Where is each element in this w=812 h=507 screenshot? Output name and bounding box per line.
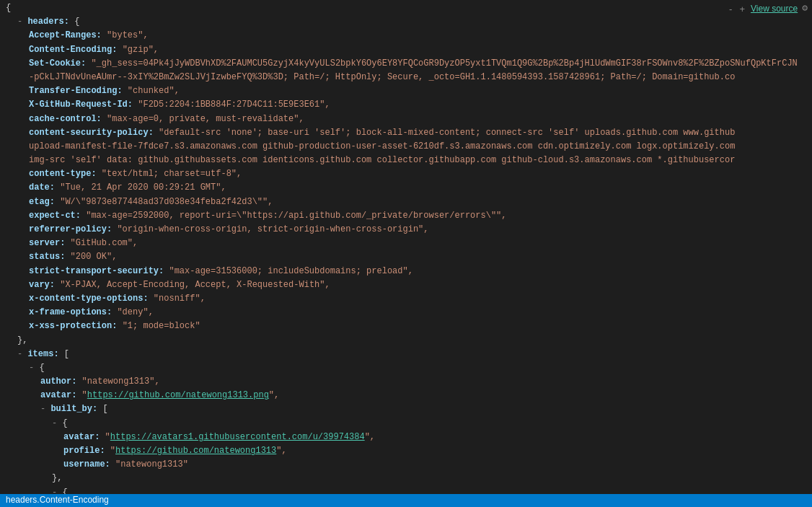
json-key: profile: — [63, 446, 110, 456]
json-line: author: "natewong1313", — [6, 375, 806, 389]
json-line: username: "natewong1313" — [6, 458, 806, 472]
json-brace: { — [62, 418, 67, 428]
json-line: x-content-type-options: "nosniff", — [6, 292, 806, 306]
json-value: "bytes", — [107, 30, 149, 40]
json-viewer: {- headers: {Accept-Ranges: "bytes",Cont… — [0, 0, 812, 494]
json-line: { — [6, 1, 806, 15]
collapse-indicator[interactable]: - — [17, 349, 27, 359]
json-key: Transfer-Encoding: — [29, 86, 128, 96]
json-key: headers: — [27, 17, 74, 27]
json-line: - headers: { — [6, 15, 806, 29]
json-url-value[interactable]: https://github.com/natewong1313.png — [87, 390, 269, 400]
json-brace: { — [74, 17, 79, 27]
json-line: Set-Cookie: "_gh_sess=04Pk4jJyWDBVhXD%2F… — [6, 57, 806, 71]
json-value: "200 OK", — [71, 252, 118, 262]
json-value: "gzip", — [123, 45, 159, 55]
json-value: "1; mode=block" — [123, 321, 200, 331]
json-line: avatar: "https://avatars1.githubusercont… — [6, 431, 806, 444]
json-key: author: — [40, 376, 82, 387]
json-value: "GitHub.com", — [71, 238, 138, 248]
collapse-indicator[interactable]: - — [40, 404, 50, 414]
json-key: x-content-type-options: — [29, 294, 154, 304]
json-value: "natewong1313" — [115, 459, 188, 469]
toolbar: - + View source ⚙ — [723, 0, 812, 18]
json-key: content-security-policy: — [29, 128, 159, 138]
json-value: "deny", — [117, 307, 153, 317]
json-key: cache-control: — [29, 114, 107, 124]
json-line: - built_by: [ — [6, 402, 806, 416]
json-line: img-src 'self' data: github.githubassets… — [6, 154, 806, 167]
json-value: "nosniff", — [154, 294, 206, 304]
collapse-indicator[interactable]: - — [17, 17, 27, 27]
json-key: expect-ct: — [29, 211, 86, 221]
collapse-indicator[interactable]: - — [29, 363, 39, 373]
json-line: expect-ct: "max-age=2592000, report-uri=… — [6, 209, 806, 223]
json-key: strict-transport-security: — [29, 266, 169, 276]
json-value: "default-src 'none'; base-uri 'self'; bl… — [159, 128, 735, 138]
json-line: - { — [6, 486, 806, 494]
json-value: "text/html; charset=utf-8", — [102, 169, 242, 179]
json-key: status: — [29, 252, 71, 262]
json-key: Content-Encoding: — [29, 45, 123, 55]
json-line: content-type: "text/html; charset=utf-8"… — [6, 167, 806, 181]
json-continuation: img-src 'self' data: github.githubassets… — [29, 155, 735, 165]
json-key: x-frame-options: — [29, 307, 117, 317]
zoom-out-button[interactable]: - — [728, 4, 733, 14]
collapse-indicator[interactable]: - — [52, 418, 62, 428]
json-brace: { — [39, 363, 44, 373]
json-line: vary: "X-PJAX, Accept-Encoding, Accept, … — [6, 278, 806, 292]
json-url-value[interactable]: https://avatars1.githubusercontent.com/u… — [110, 432, 365, 442]
json-line: cache-control: "max-age=0, private, must… — [6, 113, 806, 126]
zoom-in-button[interactable]: + — [738, 4, 746, 14]
json-line: -pCkLJTNdvUneAUmr--3xIY%2BmZw2SLJVjIzwbe… — [6, 71, 806, 84]
json-value: "F2D5:2204:1BB884F:27D4C11:5E9E3E61", — [138, 100, 330, 110]
json-line: content-security-policy: "default-src 'n… — [6, 126, 806, 140]
json-value: "chunked", — [128, 86, 180, 96]
json-key: X-GitHub-Request-Id: — [29, 100, 138, 110]
json-line: Accept-Ranges: "bytes", — [6, 29, 806, 43]
gear-icon[interactable]: ⚙ — [802, 1, 808, 17]
json-value: "W/\"9873e877448ad37d038e34feba2f42d3\""… — [60, 197, 273, 207]
json-key: referrer-policy: — [29, 224, 117, 234]
json-continuation: upload-manifest-file-7fdce7.s3.amazonaws… — [29, 141, 735, 151]
json-url-value[interactable]: https://github.com/natewong1313 — [115, 446, 276, 456]
json-line: X-GitHub-Request-Id: "F2D5:2204:1BB884F:… — [6, 98, 806, 112]
json-line: x-xss-protection: "1; mode=block" — [6, 319, 806, 333]
json-key: avatar: — [63, 432, 105, 442]
json-line: status: "200 OK", — [6, 250, 806, 264]
status-bar: headers.Content-Encoding — [0, 494, 812, 507]
json-key: vary: — [29, 280, 60, 290]
json-key: Set-Cookie: — [29, 58, 91, 69]
json-value: "origin-when-cross-origin, strict-origin… — [117, 224, 428, 234]
json-line: - { — [6, 417, 806, 431]
json-line: upload-manifest-file-7fdce7.s3.amazonaws… — [6, 140, 806, 154]
json-line: referrer-policy: "origin-when-cross-orig… — [6, 223, 806, 237]
json-value: "X-PJAX, Accept-Encoding, Accept, X-Requ… — [60, 280, 330, 290]
json-value: "max-age=2592000, report-uri=\"https://a… — [86, 211, 506, 221]
json-value: "max-age=0, private, must-revalidate", — [107, 114, 304, 124]
json-line: Content-Encoding: "gzip", — [6, 43, 806, 57]
json-line: }, — [6, 334, 806, 348]
json-line: - items: [ — [6, 348, 806, 361]
json-key: built_by: — [50, 404, 102, 414]
json-value: "max-age=31536000; includeSubdomains; pr… — [169, 266, 412, 276]
json-brace: [ — [102, 404, 107, 414]
json-value: "natewong1313", — [82, 376, 160, 387]
json-line: x-frame-options: "deny", — [6, 306, 806, 319]
json-key: etag: — [29, 197, 60, 207]
json-key: content-type: — [29, 169, 102, 179]
json-key: username: — [63, 459, 115, 469]
json-line: date: "Tue, 21 Apr 2020 00:29:21 GMT", — [6, 181, 806, 195]
json-line: }, — [6, 472, 806, 485]
json-value: "Tue, 21 Apr 2020 00:29:21 GMT", — [60, 182, 226, 193]
json-key: items: — [27, 349, 63, 359]
json-brace: [ — [64, 349, 69, 359]
json-line: Transfer-Encoding: "chunked", — [6, 84, 806, 98]
json-value: "_gh_sess=04Pk4jJyWDBVhXD%2FAUMCU5GzyjX4… — [91, 58, 797, 69]
view-source-link[interactable]: View source — [751, 2, 798, 16]
status-path: headers.Content-Encoding — [6, 493, 109, 507]
json-line: server: "GitHub.com", — [6, 237, 806, 250]
json-key: avatar: — [40, 390, 82, 400]
json-key: Accept-Ranges: — [29, 30, 107, 40]
json-line: profile: "https://github.com/natewong131… — [6, 444, 806, 458]
